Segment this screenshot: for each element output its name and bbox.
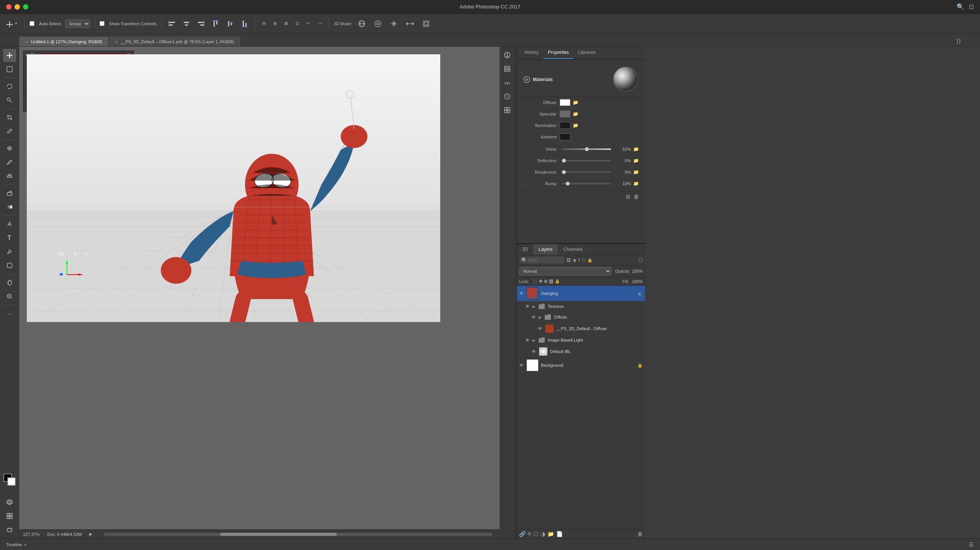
status-arrow[interactable]: ▶ xyxy=(89,532,92,537)
illumination-swatch[interactable] xyxy=(560,122,570,129)
layer-eye-diffuse[interactable]: 👁 xyxy=(531,314,536,320)
tab-0[interactable]: ✕ Untitled-1 @ 127% (Swinging, RGB/8) xyxy=(19,37,108,46)
timeline-menu-icon[interactable]: ☰ xyxy=(969,542,974,548)
roughness-folder-icon[interactable]: 📁 xyxy=(633,169,639,175)
panel-icon-layers[interactable] xyxy=(501,63,513,75)
illumination-folder-icon[interactable]: 📁 xyxy=(573,123,578,128)
path-tool[interactable] xyxy=(3,245,16,258)
auto-select-checkbox[interactable] xyxy=(29,21,34,26)
material-delete-icon[interactable]: 🗑 xyxy=(634,194,639,200)
layer-eye-default-ibl[interactable]: 👁 xyxy=(531,349,536,355)
layer-item-background[interactable]: 👁 Background 🔒 xyxy=(517,358,645,373)
hand-tool[interactable] xyxy=(3,276,16,289)
reflection-slider-handle[interactable] xyxy=(562,159,566,163)
h-scrollbar[interactable] xyxy=(104,533,492,536)
background-color[interactable] xyxy=(7,477,16,486)
align-center-h-button[interactable] xyxy=(181,19,192,29)
distribute-right-button[interactable]: ⊠ xyxy=(282,20,290,28)
shape-tool[interactable] xyxy=(3,259,16,272)
eyedropper-tool[interactable] xyxy=(3,125,16,138)
layers-filter-pixel[interactable]: 🖼 xyxy=(567,258,571,262)
shine-slider[interactable] xyxy=(562,148,611,150)
align-top-button[interactable] xyxy=(210,19,221,29)
panel-icon-properties[interactable] xyxy=(501,49,513,61)
align-bottom-button[interactable] xyxy=(239,19,250,29)
layers-filter-shape[interactable]: ⬡ xyxy=(582,258,586,263)
shine-slider-handle[interactable] xyxy=(585,147,589,151)
reflection-slider[interactable] xyxy=(562,160,611,161)
layers-tab-layers[interactable]: Layers xyxy=(533,244,558,255)
tab-close-1[interactable]: ✕ xyxy=(115,40,118,44)
roughness-slider-handle[interactable] xyxy=(562,170,566,174)
specular-swatch[interactable] xyxy=(560,111,570,117)
add-mask-icon[interactable]: ⬡ xyxy=(534,531,538,537)
minimize-button[interactable] xyxy=(15,4,20,10)
lock-image-icon[interactable]: 🖼 xyxy=(549,279,553,284)
3d-view-tool[interactable] xyxy=(3,496,16,509)
collapse-panels-icon[interactable]: ⟩⟩ xyxy=(956,37,961,45)
fx-icon[interactable]: fx xyxy=(528,531,531,537)
zoom-tool[interactable] xyxy=(3,290,16,303)
distribute-middle-button[interactable]: ⊢ xyxy=(304,20,313,28)
roughness-slider[interactable] xyxy=(562,171,611,173)
layers-tab-3d[interactable]: 3D xyxy=(517,244,533,255)
search-icon[interactable]: 🔍 xyxy=(957,3,964,10)
distribute-bottom-button[interactable]: ⊣ xyxy=(316,20,324,28)
lock-all-icon[interactable]: 🔒 xyxy=(555,279,560,284)
fill-value[interactable]: 100% xyxy=(632,279,643,284)
new-layer-icon[interactable]: 📄 xyxy=(556,531,563,537)
layers-filter-smart[interactable]: 🔒 xyxy=(587,258,593,263)
3d-slide-button[interactable] xyxy=(403,18,416,29)
brush-tool[interactable] xyxy=(3,156,16,169)
distribute-center-h-button[interactable]: ⊞ xyxy=(271,20,279,28)
panels-icon[interactable]: ⊡ xyxy=(969,3,974,10)
tab-properties[interactable]: Properties xyxy=(543,47,573,59)
more-tools[interactable]: ··· xyxy=(3,307,16,320)
tab-1[interactable]: ✕ __PS_3D_Default – Diffuse1.psb @ 78.5%… xyxy=(109,37,240,46)
gradient-tool[interactable] xyxy=(3,200,16,213)
3d-scale-button[interactable] xyxy=(420,18,433,29)
lock-pixels-icon[interactable]: ⬛ xyxy=(532,279,537,284)
layers-filter-toggle[interactable]: ◯ xyxy=(638,258,643,263)
textures-expand-icon[interactable]: ▶ xyxy=(532,304,536,309)
pen-tool[interactable] xyxy=(3,218,16,231)
tab-history[interactable]: History xyxy=(520,47,543,59)
layers-filter-adjustment[interactable]: ◑ xyxy=(572,258,576,263)
distribute-top-button[interactable]: ⊡ xyxy=(293,20,301,28)
blend-mode-select[interactable]: Normal xyxy=(519,267,611,275)
panel-icon-history[interactable] xyxy=(501,90,513,103)
align-right-button[interactable] xyxy=(195,19,207,29)
3d-rotate-button[interactable] xyxy=(355,18,368,29)
diffuse-swatch[interactable] xyxy=(560,99,570,106)
panel-icon-libraries[interactable] xyxy=(501,104,513,116)
layer-eye-background[interactable]: 👁 xyxy=(519,363,524,368)
timeline-expand-icon[interactable]: ▲ xyxy=(23,542,27,547)
eraser-tool[interactable] xyxy=(3,187,16,200)
transform-checkbox[interactable] xyxy=(100,21,105,26)
opacity-value[interactable]: 100% xyxy=(632,269,643,273)
move-tool-button[interactable]: ▼ xyxy=(4,19,20,29)
auto-select-dropdown[interactable]: Group xyxy=(65,20,90,28)
healing-tool[interactable] xyxy=(3,142,16,155)
maximize-button[interactable] xyxy=(23,4,28,10)
diffuse-folder-icon[interactable]: 📁 xyxy=(573,100,578,105)
material-add-icon[interactable]: ⊞ xyxy=(626,194,630,200)
tab-close-0[interactable]: ✕ xyxy=(25,40,28,44)
layer-eye-ibl[interactable]: 👁 xyxy=(525,337,530,343)
bump-slider-handle[interactable] xyxy=(566,182,570,186)
lock-position-icon[interactable]: ✥ xyxy=(539,279,542,284)
layer-item-swinging[interactable]: 👁 Swinging ▲ xyxy=(517,286,645,301)
text-tool[interactable]: T xyxy=(3,231,16,244)
bump-slider[interactable] xyxy=(562,183,611,184)
new-group-icon[interactable]: 📁 xyxy=(547,531,554,537)
distribute-h-button[interactable]: ⊟ xyxy=(260,20,268,28)
adjustment-layer-icon[interactable]: ◑ xyxy=(541,531,545,537)
align-middle-button[interactable] xyxy=(224,19,236,29)
crop-tool[interactable] xyxy=(3,111,16,124)
reflection-folder-icon[interactable]: 📁 xyxy=(633,158,639,163)
panel-icon-channels[interactable] xyxy=(501,76,513,89)
layer-collapse-swinging[interactable]: ▲ xyxy=(637,290,643,297)
3d-roll-button[interactable] xyxy=(371,18,384,29)
lock-artboard-icon[interactable]: ⊞ xyxy=(544,279,547,284)
ambient-swatch[interactable] xyxy=(560,133,570,140)
